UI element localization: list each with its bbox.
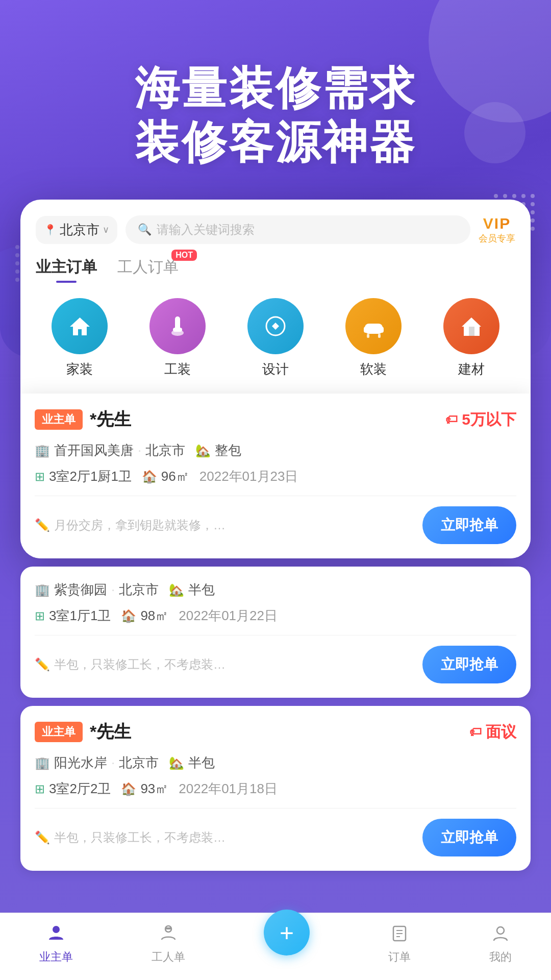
search-icon: 🔍 [138, 223, 152, 236]
nav-publish-fab[interactable]: + [264, 910, 310, 955]
plus-icon: + [280, 919, 294, 947]
area-icon-2: 🏠 [121, 609, 136, 623]
svg-rect-9 [378, 334, 381, 338]
jiazhuang-label: 家装 [66, 360, 93, 378]
vip-sub-label: 会员专享 [479, 232, 515, 244]
svg-rect-6 [364, 327, 368, 333]
grab-button-3[interactable]: 立即抢单 [422, 819, 516, 856]
chevron-down-icon: ∨ [103, 224, 109, 235]
grab-button-1[interactable]: 立即抢单 [422, 506, 516, 544]
city-3: 北京市 [119, 754, 159, 772]
mine-icon [491, 923, 510, 946]
style-2: 半包 [188, 581, 215, 599]
category-ruanzhuang[interactable]: 软装 [345, 298, 402, 378]
style-info-3: 🏡 半包 [169, 754, 215, 772]
svg-point-4 [273, 324, 278, 328]
building-icon-3: 🏢 [35, 756, 50, 770]
jiazhuang-icon [52, 298, 108, 354]
owner-badge-1: 业主单 [35, 409, 83, 430]
category-sheji[interactable]: 设计 [247, 298, 304, 378]
order-price-3: 🏷 面议 [469, 722, 516, 743]
layout-icon-1: ⊞ [35, 470, 45, 484]
location-text: 北京市 [60, 221, 99, 239]
search-bar[interactable]: 🔍 请输入关键词搜索 [126, 215, 470, 244]
area-1: 96㎡ [161, 468, 189, 485]
building-icon-1: 🏢 [35, 444, 50, 458]
gongzhuang-label: 工装 [164, 360, 191, 378]
order-project-row-3: 🏢 阳光水岸 · 北京市 🏡 半包 [35, 754, 516, 772]
worker-orders-label: 工人单 [152, 949, 185, 965]
nav-orders[interactable]: 订单 [388, 923, 411, 965]
style-info-1: 🏡 整包 [195, 442, 241, 459]
order-desc-1: ✏️ 月份交房，拿到钥匙就装修，… [35, 517, 422, 533]
svg-rect-7 [380, 327, 384, 333]
svg-marker-11 [462, 317, 481, 327]
layout-3: 3室2厅2卫 [49, 780, 111, 798]
owner-orders-label: 业主单 [39, 949, 73, 965]
area-2: 98㎡ [140, 607, 168, 625]
grab-button-2[interactable]: 立即抢单 [422, 646, 516, 683]
nav-owner-orders[interactable]: 业主单 [39, 923, 73, 965]
price-value-1: 5万以下 [462, 409, 516, 430]
featured-order-card: 业主单 *先生 🏷 5万以下 🏢 首开国风美唐 · 北京市 🏡 整包 [20, 394, 531, 558]
order-footer-1: ✏️ 月份交房，拿到钥匙就装修，… 立即抢单 [35, 496, 516, 544]
app-container: 📍 北京市 ∨ 🔍 请输入关键词搜索 VIP 会员专享 业主订单 工人订单 HO… [20, 200, 531, 871]
order-price-1: 🏷 5万以下 [445, 409, 516, 430]
order-detail-row-1: ⊞ 3室2厅1厨1卫 🏠 96㎡ 2022年01月23日 [35, 468, 516, 485]
worker-orders-icon [159, 923, 178, 946]
categories-grid: 家装 工装 [20, 283, 531, 394]
order-header-1: 业主单 *先生 🏷 5万以下 [35, 408, 516, 431]
order-footer-3: ✏️ 半包，只装修工长，不考虑装… 立即抢单 [35, 808, 516, 856]
house-icon-3: 🏡 [169, 756, 184, 770]
area-icon-3: 🏠 [121, 782, 136, 796]
tabs-container: 业主订单 工人订单 HOT [20, 244, 531, 283]
project-name-1: 首开国风美唐 [54, 442, 134, 459]
tab-owner-orders[interactable]: 业主订单 [36, 257, 97, 283]
city-1: 北京市 [145, 442, 185, 459]
building-icon-2: 🏢 [35, 583, 50, 597]
order-detail-row-3: ⊞ 3室2厅2卫 🏠 93㎡ 2022年01月18日 [35, 780, 516, 798]
order-date-1: 2022年01月23日 [199, 468, 298, 485]
layout-info-1: ⊞ 3室2厅1厨1卫 [35, 468, 132, 485]
mine-label: 我的 [489, 949, 512, 965]
order-detail-row-2: ⊞ 3室1厅1卫 🏠 98㎡ 2022年01月22日 [35, 607, 516, 625]
area-3: 93㎡ [140, 780, 168, 798]
nav-worker-orders[interactable]: 工人单 [152, 923, 185, 965]
area-icon-1: 🏠 [142, 470, 157, 484]
nav-mine[interactable]: 我的 [489, 923, 512, 965]
order-card-2: 🏢 紫贵御园 · 北京市 🏡 半包 ⊞ 3室1厅1卫 🏠 98㎡ 2022年01… [20, 567, 531, 698]
app-card: 📍 北京市 ∨ 🔍 请输入关键词搜索 VIP 会员专享 业主订单 工人订单 HO… [20, 200, 531, 558]
jiancai-icon [443, 298, 499, 354]
project-name-3: 阳光水岸 [54, 754, 107, 772]
order-project-row-1: 🏢 首开国风美唐 · 北京市 🏡 整包 [35, 442, 516, 459]
tab-worker-orders[interactable]: 工人订单 HOT [117, 257, 179, 283]
order-card-3: 业主单 *先生 🏷 面议 🏢 阳光水岸 · 北京市 🏡 半包 ⊞ [20, 706, 531, 871]
svg-rect-12 [469, 327, 474, 336]
style-3: 半包 [188, 754, 215, 772]
house-icon-2: 🏡 [169, 583, 184, 597]
order-footer-2: ✏️ 半包，只装修工长，不考虑装… 立即抢单 [35, 635, 516, 683]
vip-badge[interactable]: VIP 会员专享 [479, 215, 515, 244]
ruanzhuang-icon [345, 298, 402, 354]
order-header-left-1: 业主单 *先生 [35, 408, 131, 431]
hero-section: 海量装修需求 装修客源神器 [0, 0, 551, 169]
category-jiazhuang[interactable]: 家装 [52, 298, 108, 378]
vip-label: VIP [483, 215, 511, 232]
style-info-2: 🏡 半包 [169, 581, 215, 599]
order-desc-2: ✏️ 半包，只装修工长，不考虑装… [35, 656, 422, 673]
order-desc-3: ✏️ 半包，只装修工长，不考虑装… [35, 829, 422, 846]
category-gongzhuang[interactable]: 工装 [149, 298, 206, 378]
orders-label: 订单 [388, 949, 411, 965]
order-project-row-2: 🏢 紫贵御园 · 北京市 🏡 半包 [35, 581, 516, 599]
project-info-2: 🏢 紫贵御园 · 北京市 [35, 581, 159, 599]
layout-icon-3: ⊞ [35, 782, 45, 796]
hot-badge: HOT [171, 250, 197, 261]
hero-title: 海量装修需求 装修客源神器 [31, 61, 520, 169]
category-jiancai[interactable]: 建材 [443, 298, 499, 378]
ruanzhuang-label: 软装 [360, 360, 387, 378]
location-button[interactable]: 📍 北京市 ∨ [36, 216, 117, 244]
order-header-left-3: 业主单 *先生 [35, 720, 131, 744]
price-icon-3: 🏷 [469, 725, 482, 739]
project-info-1: 🏢 首开国风美唐 · 北京市 [35, 442, 185, 459]
layout-icon-2: ⊞ [35, 609, 45, 623]
